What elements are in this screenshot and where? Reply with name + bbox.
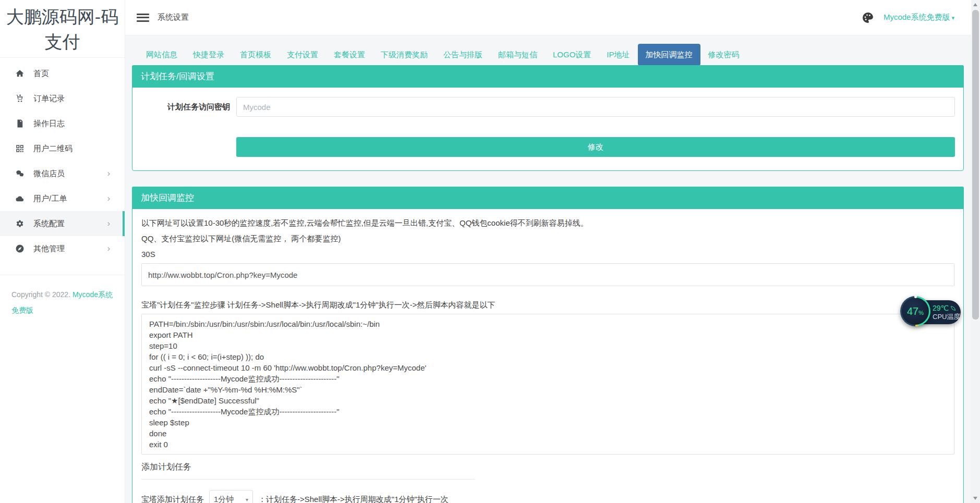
- panel-body: 以下网址可以设置10-30秒的监控速度,若不监控,云端会帮忙监控,但是云端一旦出…: [132, 209, 963, 503]
- script-line: echo "★[$endDate] Successful": [149, 395, 947, 406]
- cpu-usage-gauge: 47%: [900, 296, 930, 326]
- tab-callback-monitor[interactable]: 加快回调监控: [638, 44, 700, 66]
- sidebar-menu: 首页 订单记录 操作日志 用户二维码 微信店员 ›: [0, 58, 125, 261]
- sidebar-item-label: 操作日志: [33, 119, 110, 129]
- panel-header: 加快回调监控: [132, 187, 964, 209]
- caret-down-icon: ▾: [246, 497, 248, 502]
- tab-home-template[interactable]: 首页模板: [232, 44, 279, 66]
- modify-button[interactable]: 修改: [236, 137, 955, 157]
- cron-url-input[interactable]: [141, 263, 954, 286]
- add-task-row: 宝塔添加计划任务 1分钟 ▾ ：计划任务->Shell脚本->执行周期改成"1分…: [141, 490, 954, 503]
- sidebar-item-other-admin[interactable]: 其他管理 ›: [0, 236, 125, 261]
- shell-script-box[interactable]: PATH=/bin:/sbin:/usr/bin:/usr/sbin:/usr/…: [141, 314, 954, 455]
- add-task-title: 添加计划任务: [141, 462, 954, 473]
- monitor-info-line1: 以下网址可以设置10-30秒的监控速度,若不监控,云端会帮忙监控,但是云端一旦出…: [141, 217, 954, 229]
- sidebar-item-wechat-clerk[interactable]: 微信店员 ›: [0, 161, 125, 186]
- sidebar: 大鹏源码网-码支付 首页 订单记录 操作日志 用户二维码: [0, 0, 125, 503]
- cart-icon: [15, 93, 25, 104]
- gear-icon: [15, 218, 25, 229]
- sidebar-item-label: 首页: [33, 69, 110, 79]
- tab-site-info[interactable]: 网站信息: [138, 44, 185, 66]
- script-line: for (( i = 0; i < 60; i=(i+step) )); do: [149, 351, 947, 362]
- palette-icon[interactable]: [862, 11, 874, 24]
- panel-body: 计划任务访问密钥 修改: [132, 88, 963, 170]
- compass-icon: [15, 243, 25, 254]
- cloud-icon: [15, 193, 25, 204]
- topbar-right: Mycode系统免费版▾: [862, 11, 954, 24]
- callback-monitor-panel: 加快回调监控 以下网址可以设置10-30秒的监控速度,若不监控,云端会帮忙监控,…: [132, 187, 964, 503]
- scrollbar-thumb[interactable]: [972, 10, 979, 320]
- tab-package-settings[interactable]: 套餐设置: [326, 44, 373, 66]
- sidebar-item-label: 订单记录: [33, 94, 110, 104]
- cpu-monitor-widget[interactable]: 29℃ CPU温度 47%: [900, 296, 963, 327]
- sidebar-item-orders[interactable]: 订单记录: [0, 86, 125, 111]
- sidebar-item-label: 系统配置: [33, 219, 107, 229]
- caret-down-icon: ▾: [951, 15, 954, 21]
- script-line: PATH=/bin:/sbin:/usr/bin:/usr/sbin:/usr/…: [149, 318, 947, 329]
- sidebar-item-home[interactable]: 首页: [0, 61, 125, 86]
- cron-key-input[interactable]: [236, 97, 955, 117]
- script-line: endDate=`date +"%Y-%m-%d %H:%M:%S"`: [149, 384, 947, 395]
- script-line: echo "-------------------Mycode监控成功-----…: [149, 406, 947, 417]
- panel-header: 计划任务/回调设置: [132, 65, 964, 88]
- cron-key-label: 计划任务访问密钥: [141, 102, 230, 112]
- tab-subordinate-rewards[interactable]: 下级消费奖励: [373, 44, 435, 66]
- scroll-down-arrow-icon[interactable]: [973, 497, 977, 500]
- leaf-icon: [951, 306, 955, 311]
- script-line: done: [149, 428, 947, 439]
- monitor-info-line2: QQ、支付宝监控以下网址(微信无需监控， 两个都要监控): [141, 233, 954, 244]
- wechat-icon: [15, 168, 25, 179]
- script-line: echo "-------------------Mycode监控成功-----…: [149, 373, 947, 384]
- script-line: export PATH: [149, 329, 947, 340]
- home-icon: [15, 68, 25, 79]
- interval-select[interactable]: 1分钟 ▾: [209, 490, 253, 503]
- page-title: 系统设置: [158, 13, 189, 22]
- sidebar-item-system-config[interactable]: 系统配置 ›: [0, 211, 125, 236]
- chevron-right-icon: ›: [107, 244, 110, 253]
- tab-ip-address[interactable]: IP地址: [599, 44, 637, 66]
- chevron-right-icon: ›: [107, 169, 110, 178]
- topbar: 系统设置 Mycode系统免费版▾: [125, 0, 971, 35]
- tab-change-password[interactable]: 修改密码: [700, 44, 747, 66]
- divider: [141, 479, 475, 480]
- cpu-percent-value: 47: [907, 305, 918, 317]
- scroll-up-arrow-icon[interactable]: [973, 3, 977, 6]
- bt-panel-steps-text: 宝塔"计划任务"监控步骤 计划任务->Shell脚本->执行周期改成"1分钟"执…: [141, 299, 954, 311]
- cpu-temp-label: CPU温度: [933, 313, 961, 321]
- cron-settings-panel: 计划任务/回调设置 计划任务访问密钥 修改: [132, 65, 964, 171]
- sidebar-item-user-tickets[interactable]: 用户/工单 ›: [0, 186, 125, 211]
- sidebar-item-label: 微信店员: [33, 169, 107, 179]
- hamburger-menu-icon[interactable]: [137, 14, 149, 22]
- chevron-right-icon: ›: [107, 219, 110, 228]
- tab-announcement-layout[interactable]: 公告与排版: [435, 44, 490, 66]
- tab-quick-login[interactable]: 快捷登录: [185, 44, 232, 66]
- add-task-prefix-text: 宝塔添加计划任务: [141, 495, 204, 503]
- sidebar-item-label: 用户/工单: [33, 194, 107, 204]
- script-line: step=10: [149, 340, 947, 351]
- tab-pay-settings[interactable]: 支付设置: [279, 44, 326, 66]
- sidebar-item-user-qrcode[interactable]: 用户二维码: [0, 136, 125, 161]
- copyright-text: Copyright © 2022.: [11, 290, 72, 299]
- brand-title: 大鹏源码网-码支付: [0, 0, 125, 58]
- page-scrollbar[interactable]: [971, 0, 980, 503]
- monitor-interval-text: 30S: [141, 249, 954, 260]
- script-line: sleep $step: [149, 417, 947, 428]
- copyright: Copyright © 2022. Mycode系统免费版: [0, 275, 125, 318]
- script-line: curl -sS --connect-timeout 10 -m 60 'htt…: [149, 362, 947, 373]
- main-content: 网站信息 快捷登录 首页模板 支付设置 套餐设置 下级消费奖励 公告与排版 邮箱…: [125, 35, 971, 503]
- add-task-suffix-text: ：计划任务->Shell脚本->执行周期改成"1分钟"执行一次: [258, 495, 449, 503]
- cpu-temp-value: 29℃: [933, 304, 949, 313]
- tab-email-sms[interactable]: 邮箱与短信: [490, 44, 545, 66]
- gauge-dot: [914, 296, 917, 298]
- tab-logo-settings[interactable]: LOGO设置: [545, 44, 599, 66]
- sidebar-item-label: 其他管理: [33, 244, 107, 254]
- qrcode-icon: [15, 143, 25, 154]
- sidebar-item-label: 用户二维码: [33, 144, 110, 154]
- user-menu-label: Mycode系统免费版: [884, 13, 950, 21]
- script-line: exit 0: [149, 439, 947, 450]
- sidebar-item-logs[interactable]: 操作日志: [0, 111, 125, 136]
- chevron-right-icon: ›: [107, 194, 110, 203]
- user-menu-dropdown[interactable]: Mycode系统免费版▾: [884, 13, 954, 22]
- log-icon: [15, 118, 25, 129]
- settings-tabs: 网站信息 快捷登录 首页模板 支付设置 套餐设置 下级消费奖励 公告与排版 邮箱…: [138, 44, 747, 66]
